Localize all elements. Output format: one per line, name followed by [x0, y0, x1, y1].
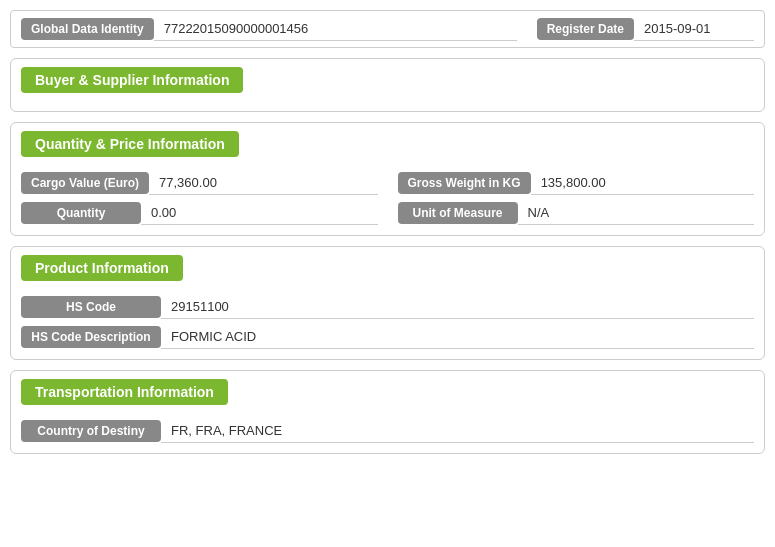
unit-of-measure-value: N/A — [518, 201, 755, 225]
unit-of-measure-group: Unit of Measure N/A — [398, 201, 755, 225]
cargo-gross-row: Cargo Value (Euro) 77,360.00 Gross Weigh… — [21, 171, 754, 195]
country-destiny-value: FR, FRA, FRANCE — [161, 419, 754, 443]
transportation-header: Transportation Information — [21, 379, 228, 405]
quantity-value: 0.00 — [141, 201, 378, 225]
cargo-value-label: Cargo Value (Euro) — [21, 172, 149, 194]
hs-code-value: 29151100 — [161, 295, 754, 319]
hs-code-row: HS Code 29151100 — [21, 295, 754, 319]
quantity-group: Quantity 0.00 — [21, 201, 378, 225]
quantity-uom-row: Quantity 0.00 Unit of Measure N/A — [21, 201, 754, 225]
buyer-supplier-section: Buyer & Supplier Information — [10, 58, 765, 112]
hs-code-desc-label: HS Code Description — [21, 326, 161, 348]
country-destiny-label: Country of Destiny — [21, 420, 161, 442]
transportation-section: Transportation Information Country of De… — [10, 370, 765, 454]
register-date-label: Register Date — [537, 18, 634, 40]
buyer-supplier-header: Buyer & Supplier Information — [21, 67, 243, 93]
product-info-header: Product Information — [21, 255, 183, 281]
global-data-identity-label: Global Data Identity — [21, 18, 154, 40]
global-data-identity-value: 77222015090000001456 — [154, 17, 517, 41]
gross-weight-label: Gross Weight in KG — [398, 172, 531, 194]
quantity-label: Quantity — [21, 202, 141, 224]
top-bar: Global Data Identity 7722201509000000145… — [10, 10, 765, 48]
hs-code-desc-row: HS Code Description FORMIC ACID — [21, 325, 754, 349]
unit-of-measure-label: Unit of Measure — [398, 202, 518, 224]
cargo-value-group: Cargo Value (Euro) 77,360.00 — [21, 171, 378, 195]
quantity-price-header: Quantity & Price Information — [21, 131, 239, 157]
quantity-price-section: Quantity & Price Information Cargo Value… — [10, 122, 765, 236]
gross-weight-group: Gross Weight in KG 135,800.00 — [398, 171, 755, 195]
cargo-value-value: 77,360.00 — [149, 171, 377, 195]
gross-weight-value: 135,800.00 — [531, 171, 754, 195]
product-info-section: Product Information HS Code 29151100 HS … — [10, 246, 765, 360]
hs-code-desc-value: FORMIC ACID — [161, 325, 754, 349]
hs-code-label: HS Code — [21, 296, 161, 318]
country-destiny-row: Country of Destiny FR, FRA, FRANCE — [21, 419, 754, 443]
register-date-value: 2015-09-01 — [634, 17, 754, 41]
